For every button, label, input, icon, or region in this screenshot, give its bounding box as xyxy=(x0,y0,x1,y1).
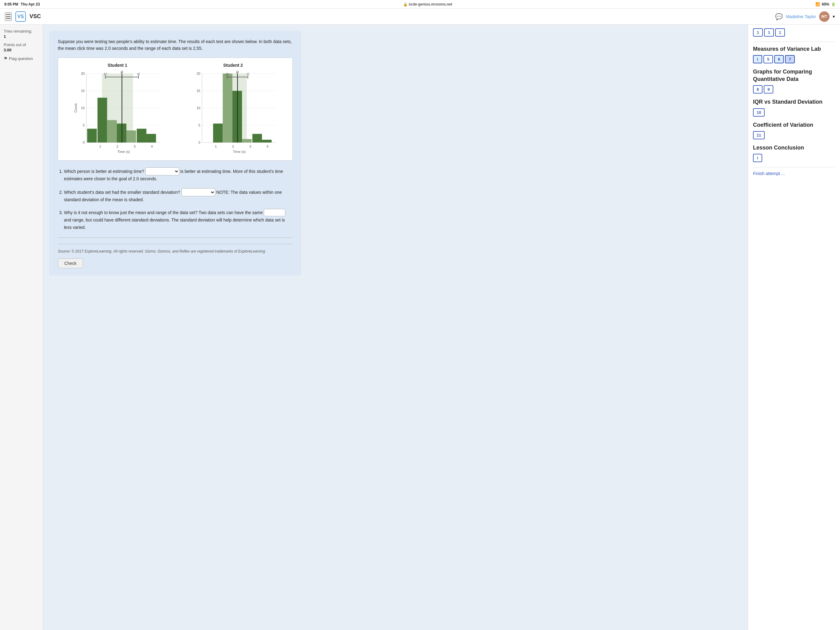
lock-icon: 🔒 xyxy=(403,2,408,6)
svg-text:4: 4 xyxy=(267,144,268,148)
top-nav-pills: 1 1 1 xyxy=(753,28,835,36)
svg-rect-52 xyxy=(242,139,251,142)
url: scde-genius.mrooms.net xyxy=(409,2,452,6)
q2-select[interactable]: Student 1 Student 2 xyxy=(182,188,215,196)
svg-text:5: 5 xyxy=(198,123,200,127)
question-card: Suppose you were testing two people's ab… xyxy=(49,31,301,275)
svg-text:3: 3 xyxy=(134,144,136,148)
time: 9:05 PM xyxy=(4,2,18,6)
intro-text: Suppose you were testing two people's ab… xyxy=(58,38,293,52)
q3-input[interactable] xyxy=(264,209,285,216)
svg-text:20: 20 xyxy=(196,71,200,75)
svg-text:0: 0 xyxy=(83,140,85,144)
user-name[interactable]: Madeline Taylor xyxy=(786,14,816,19)
svg-text:0: 0 xyxy=(198,140,200,144)
left-sidebar: Tries remaining: 1 Points out of 3.00 ⚑ … xyxy=(0,25,43,630)
day: Thu Apr 23 xyxy=(21,2,39,6)
tries-label: Tries remaining: xyxy=(4,29,39,33)
right-sidebar: 1 1 1 Measures of Variance Lab i 5 6 7 G… xyxy=(748,25,840,630)
svg-text:1: 1 xyxy=(215,144,217,148)
graphs-pills: 8 9 xyxy=(753,85,835,93)
question-2: Which student's data set had the smaller… xyxy=(64,188,293,204)
charts-container: Student 1 0 5 10 15 xyxy=(58,57,293,161)
conclusion-pill-i[interactable]: i xyxy=(753,154,762,162)
header-right: 💬 Madeline Taylor MT ▾ xyxy=(775,11,835,22)
divider xyxy=(58,237,293,238)
top-pill-2[interactable]: 1 xyxy=(764,28,774,36)
status-bar-left: 9:05 PM Thu Apr 23 xyxy=(4,2,40,6)
finish-attempt-link[interactable]: Finish attempt ... xyxy=(753,171,835,176)
q2-prefix: Which student's data set had the smaller… xyxy=(64,190,182,195)
battery: 65% xyxy=(822,2,829,6)
svg-text:1: 1 xyxy=(99,144,101,148)
svg-text:Count: Count xyxy=(74,103,77,112)
app-name: VSC xyxy=(30,13,41,20)
graphs-pill-9[interactable]: 9 xyxy=(764,85,773,93)
status-bar-center: 🔒 scde-genius.mrooms.net xyxy=(403,2,452,6)
svg-text:15: 15 xyxy=(81,89,85,92)
logo-text: VS xyxy=(17,14,24,19)
svg-text:20: 20 xyxy=(81,71,85,75)
wifi-icon: 📶 xyxy=(815,2,820,6)
question-list: Which person is better at estimating tim… xyxy=(58,167,293,231)
svg-rect-54 xyxy=(262,140,272,142)
tries-value: 1 xyxy=(4,34,39,39)
iqr-pills: 10 xyxy=(753,108,835,117)
header: ☰ VS VSC 💬 Madeline Taylor MT ▾ xyxy=(0,9,840,25)
svg-rect-19 xyxy=(107,120,117,142)
q3-prefix: Why is it not enough to know just the me… xyxy=(64,210,264,215)
graphs-pill-8[interactable]: 8 xyxy=(753,85,763,93)
chevron-down-icon[interactable]: ▾ xyxy=(833,14,835,19)
hamburger-button[interactable]: ☰ xyxy=(5,12,12,21)
cov-pills: 11 xyxy=(753,131,835,139)
svg-text:σ|: σ| xyxy=(137,72,140,75)
top-pill-1[interactable]: 1 xyxy=(753,28,763,36)
svg-rect-23 xyxy=(146,134,156,142)
variance-lab-pills: i 5 6 7 xyxy=(753,55,835,63)
section-title-conclusion: Lesson Conclusion xyxy=(753,144,835,151)
chat-icon[interactable]: 💬 xyxy=(775,13,783,20)
svg-text:|σ: |σ xyxy=(104,72,107,75)
svg-rect-17 xyxy=(87,128,96,142)
points-label: Points out of xyxy=(4,43,39,47)
status-bar-right: 📶 65% 🔋 xyxy=(815,2,836,6)
svg-text:Time (s): Time (s) xyxy=(117,150,130,154)
sidebar-divider-top xyxy=(753,41,835,42)
svg-rect-18 xyxy=(98,98,107,142)
section-title-graphs: Graphs for Comparing Quantitative Data xyxy=(753,68,835,83)
variance-lab-pill-6[interactable]: 6 xyxy=(774,55,784,63)
points-value: 3.00 xyxy=(4,47,39,52)
conclusion-pills: i xyxy=(753,154,835,162)
svg-rect-50 xyxy=(223,73,232,142)
top-pill-3[interactable]: 1 xyxy=(775,28,785,36)
svg-rect-21 xyxy=(126,130,136,142)
cov-pill-11[interactable]: 11 xyxy=(753,131,765,139)
svg-text:|σ: |σ xyxy=(226,72,229,75)
svg-text:2: 2 xyxy=(117,144,118,148)
main-layout: Tries remaining: 1 Points out of 3.00 ⚑ … xyxy=(0,25,840,630)
svg-text:15: 15 xyxy=(196,89,200,92)
source-text: Source: © 2017 ExploreLearning. All righ… xyxy=(58,244,293,254)
flag-icon: ⚑ xyxy=(4,56,8,61)
svg-rect-49 xyxy=(213,123,223,142)
variance-lab-pill-5[interactable]: 5 xyxy=(763,55,773,63)
student1-chart-title: Student 1 xyxy=(61,63,174,68)
svg-rect-22 xyxy=(137,128,146,142)
variance-lab-pill-i[interactable]: i xyxy=(753,55,762,63)
svg-rect-53 xyxy=(253,134,262,142)
check-button[interactable]: Check xyxy=(58,258,83,268)
avatar[interactable]: MT xyxy=(819,11,829,22)
svg-text:2: 2 xyxy=(232,144,234,148)
iqr-pill-10[interactable]: 10 xyxy=(753,108,765,117)
svg-text:μ: μ xyxy=(237,70,238,74)
q1-select[interactable]: Student 1 Student 2 xyxy=(145,167,179,175)
header-left: ☰ VS VSC xyxy=(5,11,41,22)
variance-lab-pill-7[interactable]: 7 xyxy=(785,55,794,63)
student2-chart-wrapper: Student 2 0 5 10 15 xyxy=(177,63,289,157)
student2-chart: 0 5 10 15 20 1 2 3 4 Time (s) xyxy=(177,70,289,156)
logo: VS xyxy=(15,11,26,22)
flag-question-button[interactable]: ⚑ Flag question xyxy=(4,56,33,61)
section-title-variance-lab: Measures of Variance Lab xyxy=(753,46,835,52)
student2-chart-title: Student 2 xyxy=(177,63,289,68)
status-bar: 9:05 PM Thu Apr 23 🔒 scde-genius.mrooms.… xyxy=(0,0,840,9)
